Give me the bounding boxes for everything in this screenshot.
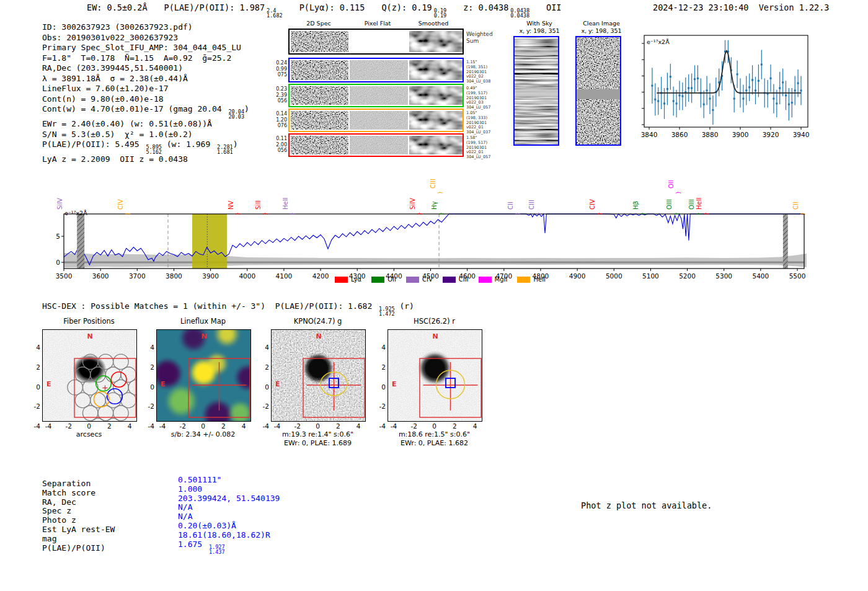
- spec2d-panel-svg: [409, 111, 463, 130]
- spec2d-left-label: 0.14: [275, 111, 287, 117]
- spec2d-panel-img: [350, 136, 408, 154]
- match-label: Separation: [42, 479, 91, 488]
- cutout-xtick: 2: [107, 422, 112, 430]
- x-tick-label: 3800: [166, 272, 182, 280]
- photz-note: Phot z plot not available.: [581, 500, 712, 510]
- match-value-text: 18.61(18.60,18.62)R: [178, 530, 270, 540]
- cutout-title: KPNO(24.7) g: [255, 317, 380, 326]
- cutout-xtick: 4: [128, 422, 132, 430]
- data-point: [654, 99, 656, 100]
- cutout-ytick: 2: [374, 363, 386, 371]
- legend-label: OII: [388, 276, 396, 283]
- x-tick-label: 5000: [606, 272, 622, 280]
- spec2d-right-labels: 1.05"(198, 333)20190301v022_01304_LU_037: [466, 111, 490, 135]
- cutout-ytick: -4: [29, 422, 40, 430]
- cutout-ytick: -2: [29, 402, 40, 410]
- spec2d-left-label: 0.24: [275, 60, 287, 66]
- cutout-ytick: -2: [143, 402, 154, 410]
- cutout-xtick: 0: [432, 422, 436, 430]
- cutout-image-box: NE: [42, 329, 137, 422]
- fiber-circle: [105, 418, 121, 421]
- match-label: Match score: [42, 488, 95, 497]
- cutout-ytick: 4: [258, 344, 269, 351]
- spec2d-left-label: 056: [275, 98, 287, 104]
- spec2d-right-labels: 1.15"(198, 351)20190301v022_02304_LU_038: [466, 60, 490, 84]
- legend-swatch: [479, 277, 492, 283]
- match-value: 0.20(±0.03)Å: [178, 521, 236, 530]
- info-line-text: Cont(w) = 4.70(±0.01)e-17 (gmag 20.04: [42, 104, 226, 113]
- emission-label-brace: {: [236, 212, 241, 216]
- header-part-text: Q(z): 0.19: [381, 2, 432, 12]
- spec2d-row-0: [288, 29, 464, 55]
- north-label: N: [87, 332, 93, 340]
- data-point: [679, 94, 681, 96]
- spec2d-row-4: [288, 133, 464, 157]
- legend-item-OII: OII: [371, 276, 396, 283]
- info-line-stack: 20.0420.03: [228, 109, 244, 119]
- x-tick-label: 5400: [752, 272, 769, 280]
- data-point: [691, 87, 693, 89]
- hatch-band: [77, 214, 84, 269]
- emission-label-CII: CII: [507, 202, 515, 210]
- info-line-text: Cont(n) = 9.80(±0.40)e-18: [42, 94, 164, 104]
- emission-label-HeII: HeII: [282, 197, 290, 210]
- info-line-12: LyA z = 2.2009 OII z = 0.0438: [42, 154, 249, 165]
- info-line-stack-bottom: 5.162: [146, 149, 162, 154]
- spec2d-right-labels: WeightedSum: [466, 31, 493, 44]
- cutout-ytick: 0: [143, 383, 154, 391]
- cutout-image-box: NE: [271, 329, 366, 422]
- info-line-2: Primary Spec_Slot_IFU_AMP: 304_044_045_L…: [42, 43, 249, 53]
- info-line-stack-bottom: 1.681: [217, 149, 233, 154]
- spec2d-panel-svg: [409, 136, 463, 154]
- match-label: RA, Dec: [42, 497, 76, 507]
- emission-label-CIV: CIV: [589, 199, 596, 210]
- emission-label-brace: {: [696, 212, 701, 216]
- info-line-stack: 2.2811.681: [217, 144, 233, 154]
- match-value-text: 0.501111": [178, 475, 221, 484]
- spec2d-panel-img: [409, 86, 463, 105]
- cutout-xtick: 0: [316, 422, 320, 430]
- header-part-text: EW: 0.5±0.2Å: [87, 2, 148, 12]
- x-tick-label: 3500: [56, 272, 73, 280]
- spec2d-panel-svg: [409, 60, 463, 80]
- page: { "meta": {"datetime": "2024-12-23 23:10…: [0, 0, 868, 591]
- emission-label-Hγ: Hγ: [431, 202, 438, 210]
- x-tick-label: 3840: [641, 131, 658, 138]
- with-sky-masked-band: [515, 89, 558, 97]
- cutout-xtick: 2: [221, 422, 226, 430]
- info-line-text: λ = 3891.18Å σ = 2.38(±0.44)Å: [42, 74, 188, 83]
- spec2d-col-header: Smoothed: [418, 20, 449, 27]
- cutout-xtick: -4: [45, 422, 51, 430]
- data-point: [681, 96, 683, 97]
- emission-label-brace: {: [515, 212, 520, 216]
- emission-label-CII: CII: [792, 202, 800, 210]
- info-line-stack: 5.8955.162: [146, 144, 162, 154]
- x-tick-label: 4900: [569, 272, 586, 280]
- cutout-ytick: -2: [374, 402, 386, 410]
- info-line-8: Cont(w) = 4.70(±0.01)e-17 (gmag 20.04 20…: [42, 104, 249, 119]
- inset-axes-box: [644, 35, 808, 127]
- with-sky-coords: x, y: 198, 351: [519, 27, 559, 34]
- spec2d-panel-img: [409, 111, 463, 130]
- emission-label-brace: {: [439, 212, 445, 216]
- cutout-caption: EWr: 0, PLAE: 1.682: [365, 439, 504, 447]
- emission-label-SiII: SiII: [255, 200, 262, 210]
- info-line-text: LineFlux = 7.60(±1.20)e-17: [42, 84, 169, 93]
- match-value: 203.399424, 51.540139: [178, 494, 280, 503]
- spectrum-ylabel: e⁻¹⁷x2Å: [64, 210, 87, 216]
- spec2d-left-labels: 0.141.20076: [275, 111, 287, 129]
- match-label: P(LAE)/P(OII): [42, 543, 105, 553]
- match-value-text: 203.399424, 51.540139: [178, 494, 280, 503]
- gaussian-fit-line: [657, 51, 801, 93]
- legend-label: HeII: [533, 276, 546, 283]
- x-tick-label: 3600: [92, 272, 109, 280]
- x-tick-label: 3700: [129, 272, 146, 280]
- spec2d-panel-img: [350, 86, 408, 105]
- cutout-xtick: -2: [179, 422, 185, 430]
- legend-label: MgII: [495, 276, 508, 283]
- east-label: E: [275, 380, 280, 388]
- cutout-ytick: -4: [258, 422, 269, 430]
- emission-label-brace: {: [437, 191, 443, 195]
- legend-label: Lyα: [351, 276, 361, 283]
- spec2d-panel-img: [409, 60, 463, 80]
